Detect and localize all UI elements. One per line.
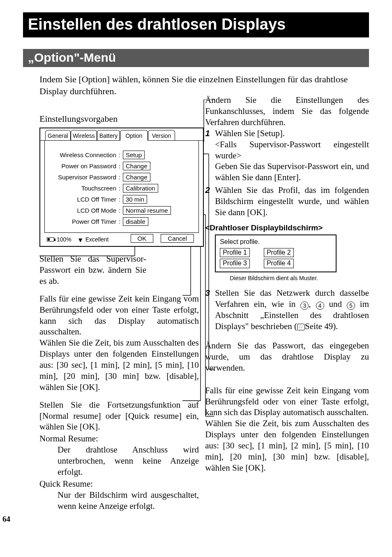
reference-icon: ☞: [297, 324, 305, 330]
lcdoff-desc: Falls für eine gewisse Zeit kein Eingang…: [39, 293, 199, 393]
profile-1-button[interactable]: Profile 1: [220, 248, 250, 257]
profile-3-button[interactable]: Profile 3: [220, 259, 250, 268]
step-2-num: 2: [205, 185, 215, 218]
step-3-num: 3: [205, 288, 215, 332]
password-change-desc: Ändern Sie das Passwort, das eingegeben …: [205, 340, 369, 374]
defaults-label: Einstellungsvorgaben: [39, 114, 199, 124]
battery-percent: 100%: [57, 236, 71, 243]
quick-resume-text: Nur der Bildschirm wird ausgeschaltet, w…: [58, 490, 199, 512]
profile-heading: <Drahtloser Displaybildschirm>: [205, 223, 369, 233]
tab-wireless[interactable]: Wireless: [71, 130, 97, 141]
row-lcdoffmode-label: LCD Off Mode: [49, 207, 119, 214]
step-1a: <Falls Supervisor-Passwort eingestellt w…: [215, 139, 369, 161]
row-poweronpw-label: Power on Password: [49, 162, 119, 169]
setup-button[interactable]: Setup: [123, 151, 145, 159]
select-profile-label: Select profile.: [220, 238, 332, 246]
supervisor-desc: Stellen Sie das Supervisor-Passwort ein …: [39, 253, 146, 287]
tab-battery[interactable]: Battery: [97, 130, 120, 141]
profile-4-button[interactable]: Profile 4: [264, 259, 294, 268]
page-number: 64: [2, 515, 10, 524]
supervisorpw-change-button[interactable]: Change: [123, 173, 150, 181]
step-1-num: 1: [205, 128, 215, 139]
cancel-button[interactable]: Cancel: [161, 234, 194, 243]
calibration-button[interactable]: Calibration: [123, 184, 158, 193]
tab-general[interactable]: General: [45, 130, 71, 141]
section-heading: „Option"-Menü: [23, 49, 369, 67]
page-title: Einstellen des drahtlosen Displays: [23, 12, 369, 37]
step-3-text: Stellen Sie das Netzwerk durch dasselbe …: [215, 288, 369, 332]
quick-resume-heading: Quick Resume:: [39, 478, 199, 490]
step-1b: Geben Sie das Supervisor-Passwort ein, u…: [215, 161, 369, 183]
normal-resume-heading: Normal Resume:: [39, 433, 199, 444]
tab-option[interactable]: Option: [120, 130, 148, 141]
antenna-icon: ▼: [77, 237, 84, 243]
row-powerofftimer-label: Power Off Timer: [49, 218, 119, 225]
step-2-text: Wählen Sie das Profil, das im folgenden …: [215, 185, 369, 218]
profile-2-button[interactable]: Profile 2: [264, 248, 294, 257]
profile-box: Select profile. Profile 1 Profile 2 Prof…: [215, 234, 337, 272]
ok-button[interactable]: OK: [131, 234, 154, 243]
powerofftimer-button[interactable]: disable: [123, 217, 148, 226]
circle-4-icon: 4: [316, 302, 324, 310]
row-wireless-label: Wireless Connection: [49, 151, 119, 158]
normal-resume-text: Der drahtlose Anschluss wird unterbroche…: [58, 444, 199, 478]
circle-5-icon: 5: [347, 302, 355, 310]
battery-icon: [47, 237, 54, 241]
row-lcdofftimer-label: LCD Off Timer: [49, 196, 119, 203]
lcdoffmode-button[interactable]: Normal resume: [123, 206, 171, 215]
right-intro: Ändern Sie die Einstellungen des Funkans…: [205, 95, 369, 128]
row-touchscreen-label: Touchscreen: [49, 185, 119, 192]
signal-text: Excellent: [85, 236, 109, 243]
row-supervisorpw-label: Supervisor Password: [49, 174, 119, 181]
circle-3-icon: 3: [300, 302, 309, 310]
resume-intro: Stellen Sie die Fortsetzungsfunktion auf…: [39, 399, 199, 433]
step-1-text: Wählen Sie [Setup].: [215, 128, 369, 139]
option-panel: General Wireless Battery Option Version …: [39, 128, 204, 247]
poweroff-desc: Falls für eine gewisse Zeit kein Eingang…: [205, 385, 369, 473]
profile-caption: Dieser Bildschirm dient als Muster.: [230, 275, 369, 282]
intro-text: Indem Sie [Option] wählen, können Sie di…: [39, 74, 369, 97]
poweronpw-change-button[interactable]: Change: [123, 162, 150, 170]
lcdofftimer-button[interactable]: 30 min: [123, 195, 147, 204]
tab-version[interactable]: Version: [148, 130, 175, 141]
